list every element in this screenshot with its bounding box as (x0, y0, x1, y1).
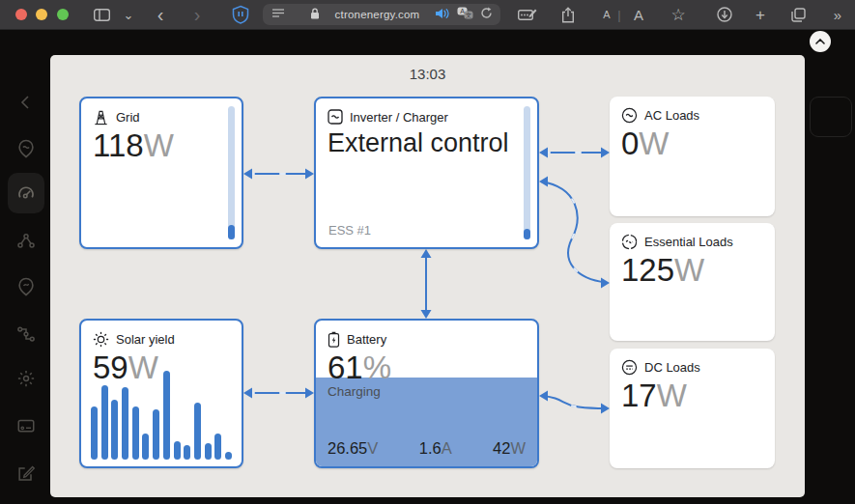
battery-voltage: 26.65V (328, 439, 378, 458)
audio-playing-icon[interactable] (435, 6, 450, 23)
solar-bar (184, 445, 190, 460)
more-tools-icon[interactable]: » (827, 0, 848, 29)
new-tab-button[interactable]: + (752, 0, 769, 29)
solar-chart (91, 371, 232, 460)
address-bar[interactable]: ctronenergy.com A文 (263, 4, 500, 25)
essential-loads-label: Essential Loads (644, 235, 733, 249)
solar-bar (153, 409, 159, 460)
ac-loads-unit: W (639, 126, 669, 161)
dc-loads-icon (621, 359, 638, 376)
solar-bar (194, 403, 201, 460)
sidebar-installation-pin-icon[interactable] (16, 139, 36, 158)
battery-stats-row: 26.65V 1.6A 42W (328, 439, 526, 458)
sun-icon (93, 331, 109, 348)
back-button[interactable]: ‹ (151, 0, 170, 29)
svg-text:文: 文 (466, 12, 472, 18)
share-icon[interactable] (557, 0, 579, 29)
battery-current: 1.6A (419, 439, 452, 458)
browser-toolbar: ⌄ ‹ › ctronenergy.com A文 (0, 0, 855, 30)
inverter-level-gauge (524, 106, 530, 239)
inverter-label: Inverter / Charger (350, 110, 448, 125)
font-divider: | (615, 0, 623, 29)
translate-icon[interactable]: A文 (457, 6, 473, 23)
collapse-panel-button[interactable] (810, 31, 831, 52)
panel-time: 13:03 (50, 66, 805, 82)
sidebar-device-icon[interactable] (16, 416, 36, 435)
reload-icon[interactable] (480, 6, 493, 23)
battery-card[interactable]: Charging Battery 61% 26.65V 1.6A 42W (314, 319, 539, 468)
grid-level-gauge (228, 106, 235, 239)
solar-bar (122, 387, 128, 460)
solar-bar (225, 452, 232, 460)
dc-loads-unit: W (657, 378, 687, 413)
minimize-window-button[interactable] (36, 9, 47, 20)
sidebar-network-icon[interactable] (16, 324, 36, 344)
essential-loads-icon (621, 234, 638, 250)
svg-text:A: A (460, 8, 465, 14)
sidebar-chevron-down-icon[interactable]: ⌄ (121, 0, 136, 29)
lock-icon (310, 6, 320, 23)
reader-icon[interactable] (271, 6, 285, 23)
bookmark-star-icon[interactable]: ☆ (669, 0, 688, 29)
battery-soc-unit: % (363, 350, 391, 385)
close-window-button[interactable] (15, 9, 27, 20)
screen: ⌄ ‹ › ctronenergy.com A文 (0, 0, 855, 504)
essential-loads-value: 125 (621, 252, 674, 288)
grid-pylon-icon (93, 109, 109, 126)
battery-label: Battery (347, 332, 386, 347)
privacy-shield-icon[interactable] (230, 0, 251, 29)
increase-font-button[interactable]: A (630, 0, 647, 29)
downloads-icon[interactable] (714, 0, 735, 29)
solar-bar (174, 441, 181, 460)
solar-bar (111, 400, 118, 460)
tab-overview-icon[interactable] (787, 0, 809, 29)
url-text: ctronenergy.com (320, 9, 435, 20)
solar-bar (163, 371, 170, 460)
sidebar-gps-pin-icon[interactable] (16, 277, 36, 296)
inverter-icon (328, 109, 343, 125)
battery-power: 42W (493, 439, 526, 458)
decrease-font-button[interactable]: A (599, 0, 614, 29)
solar-bar (214, 434, 221, 460)
autofill-icon[interactable] (515, 0, 540, 29)
solar-label: Solar yield (116, 332, 175, 347)
zoom-window-button[interactable] (57, 9, 69, 20)
grid-unit: W (144, 127, 174, 163)
ac-loads-card[interactable]: AC Loads 0W (610, 97, 775, 216)
sidebar-dashboard-icon[interactable] (16, 183, 36, 203)
solar-bar (101, 385, 108, 460)
grid-value: 118 (93, 127, 144, 163)
solar-bar (91, 406, 98, 460)
sidebar-edit-note-icon[interactable] (16, 463, 36, 483)
inverter-charger-card[interactable]: Inverter / Charger External control ESS … (314, 97, 539, 249)
grid-card[interactable]: Grid 118W (79, 97, 243, 249)
dc-loads-label: DC Loads (644, 360, 700, 375)
background-toggles-icon (810, 97, 852, 137)
solar-bar (142, 434, 149, 460)
inverter-sub-label: ESS #1 (328, 223, 371, 238)
dc-loads-value: 17 (621, 378, 657, 413)
sidebar-share-nodes-icon[interactable] (16, 231, 36, 250)
ac-loads-label: AC Loads (644, 108, 699, 123)
ac-loads-icon (621, 107, 638, 124)
battery-soc-value: 61 (328, 350, 363, 385)
sidebar-back-icon[interactable] (16, 93, 36, 112)
battery-icon (328, 331, 340, 348)
solar-bar (205, 443, 212, 460)
forward-button[interactable]: › (187, 0, 207, 29)
essential-loads-unit: W (674, 252, 704, 288)
grid-label: Grid (116, 110, 140, 125)
essential-loads-card[interactable]: Essential Loads 125W (610, 223, 775, 341)
dc-loads-card[interactable]: DC Loads 17W (610, 349, 775, 468)
sidebar-settings-gear-icon[interactable] (16, 369, 36, 388)
sidebar-toggle-icon[interactable] (91, 0, 112, 29)
solar-yield-card[interactable]: Solar yield 59W (79, 319, 243, 468)
battery-state: Charging (328, 384, 381, 399)
inverter-state: External control (328, 126, 526, 160)
solar-bar (132, 406, 139, 460)
ac-loads-value: 0 (621, 126, 639, 161)
